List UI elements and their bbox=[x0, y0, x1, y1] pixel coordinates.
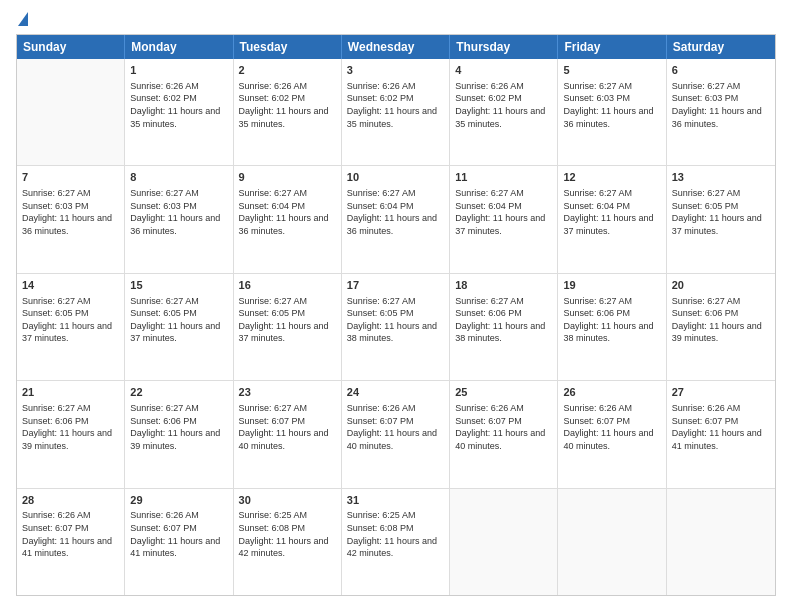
calendar-header: SundayMondayTuesdayWednesdayThursdayFrid… bbox=[17, 35, 775, 59]
day-info: Sunrise: 6:27 AM Sunset: 6:06 PM Dayligh… bbox=[130, 402, 227, 452]
calendar-day-cell: 21Sunrise: 6:27 AM Sunset: 6:06 PM Dayli… bbox=[17, 381, 125, 487]
calendar-day-cell: 23Sunrise: 6:27 AM Sunset: 6:07 PM Dayli… bbox=[234, 381, 342, 487]
calendar-day-cell: 6Sunrise: 6:27 AM Sunset: 6:03 PM Daylig… bbox=[667, 59, 775, 165]
calendar-day-cell: 27Sunrise: 6:26 AM Sunset: 6:07 PM Dayli… bbox=[667, 381, 775, 487]
calendar-day-cell: 26Sunrise: 6:26 AM Sunset: 6:07 PM Dayli… bbox=[558, 381, 666, 487]
calendar-day-cell: 18Sunrise: 6:27 AM Sunset: 6:06 PM Dayli… bbox=[450, 274, 558, 380]
day-info: Sunrise: 6:27 AM Sunset: 6:04 PM Dayligh… bbox=[455, 187, 552, 237]
calendar-day-cell: 30Sunrise: 6:25 AM Sunset: 6:08 PM Dayli… bbox=[234, 489, 342, 595]
calendar-week-row: 21Sunrise: 6:27 AM Sunset: 6:06 PM Dayli… bbox=[17, 380, 775, 487]
calendar-header-day: Saturday bbox=[667, 35, 775, 59]
calendar-header-day: Sunday bbox=[17, 35, 125, 59]
calendar-day-cell bbox=[450, 489, 558, 595]
calendar-day-cell: 5Sunrise: 6:27 AM Sunset: 6:03 PM Daylig… bbox=[558, 59, 666, 165]
day-number: 14 bbox=[22, 278, 119, 293]
day-number: 24 bbox=[347, 385, 444, 400]
calendar-day-cell bbox=[17, 59, 125, 165]
day-info: Sunrise: 6:26 AM Sunset: 6:07 PM Dayligh… bbox=[455, 402, 552, 452]
day-info: Sunrise: 6:26 AM Sunset: 6:02 PM Dayligh… bbox=[130, 80, 227, 130]
day-info: Sunrise: 6:27 AM Sunset: 6:07 PM Dayligh… bbox=[239, 402, 336, 452]
day-info: Sunrise: 6:27 AM Sunset: 6:03 PM Dayligh… bbox=[130, 187, 227, 237]
calendar-day-cell: 22Sunrise: 6:27 AM Sunset: 6:06 PM Dayli… bbox=[125, 381, 233, 487]
day-number: 16 bbox=[239, 278, 336, 293]
calendar-header-day: Monday bbox=[125, 35, 233, 59]
calendar-day-cell: 28Sunrise: 6:26 AM Sunset: 6:07 PM Dayli… bbox=[17, 489, 125, 595]
calendar-day-cell: 3Sunrise: 6:26 AM Sunset: 6:02 PM Daylig… bbox=[342, 59, 450, 165]
day-number: 22 bbox=[130, 385, 227, 400]
day-number: 29 bbox=[130, 493, 227, 508]
day-info: Sunrise: 6:26 AM Sunset: 6:07 PM Dayligh… bbox=[22, 509, 119, 559]
day-number: 26 bbox=[563, 385, 660, 400]
logo bbox=[16, 16, 28, 24]
day-info: Sunrise: 6:27 AM Sunset: 6:06 PM Dayligh… bbox=[455, 295, 552, 345]
day-info: Sunrise: 6:27 AM Sunset: 6:05 PM Dayligh… bbox=[22, 295, 119, 345]
day-number: 15 bbox=[130, 278, 227, 293]
day-info: Sunrise: 6:27 AM Sunset: 6:03 PM Dayligh… bbox=[22, 187, 119, 237]
calendar-header-day: Wednesday bbox=[342, 35, 450, 59]
day-info: Sunrise: 6:26 AM Sunset: 6:02 PM Dayligh… bbox=[239, 80, 336, 130]
calendar-day-cell: 7Sunrise: 6:27 AM Sunset: 6:03 PM Daylig… bbox=[17, 166, 125, 272]
day-info: Sunrise: 6:27 AM Sunset: 6:04 PM Dayligh… bbox=[239, 187, 336, 237]
day-number: 27 bbox=[672, 385, 770, 400]
day-info: Sunrise: 6:25 AM Sunset: 6:08 PM Dayligh… bbox=[239, 509, 336, 559]
day-number: 11 bbox=[455, 170, 552, 185]
day-info: Sunrise: 6:27 AM Sunset: 6:04 PM Dayligh… bbox=[563, 187, 660, 237]
calendar-day-cell bbox=[667, 489, 775, 595]
day-number: 31 bbox=[347, 493, 444, 508]
day-number: 18 bbox=[455, 278, 552, 293]
day-number: 30 bbox=[239, 493, 336, 508]
calendar-day-cell: 4Sunrise: 6:26 AM Sunset: 6:02 PM Daylig… bbox=[450, 59, 558, 165]
calendar-day-cell: 11Sunrise: 6:27 AM Sunset: 6:04 PM Dayli… bbox=[450, 166, 558, 272]
day-info: Sunrise: 6:26 AM Sunset: 6:07 PM Dayligh… bbox=[130, 509, 227, 559]
day-info: Sunrise: 6:27 AM Sunset: 6:06 PM Dayligh… bbox=[563, 295, 660, 345]
calendar-day-cell: 12Sunrise: 6:27 AM Sunset: 6:04 PM Dayli… bbox=[558, 166, 666, 272]
calendar-header-day: Thursday bbox=[450, 35, 558, 59]
day-number: 7 bbox=[22, 170, 119, 185]
calendar-day-cell: 19Sunrise: 6:27 AM Sunset: 6:06 PM Dayli… bbox=[558, 274, 666, 380]
calendar: SundayMondayTuesdayWednesdayThursdayFrid… bbox=[16, 34, 776, 596]
day-info: Sunrise: 6:26 AM Sunset: 6:02 PM Dayligh… bbox=[455, 80, 552, 130]
day-number: 8 bbox=[130, 170, 227, 185]
day-number: 5 bbox=[563, 63, 660, 78]
day-info: Sunrise: 6:26 AM Sunset: 6:02 PM Dayligh… bbox=[347, 80, 444, 130]
day-number: 25 bbox=[455, 385, 552, 400]
day-info: Sunrise: 6:25 AM Sunset: 6:08 PM Dayligh… bbox=[347, 509, 444, 559]
calendar-day-cell bbox=[558, 489, 666, 595]
calendar-day-cell: 31Sunrise: 6:25 AM Sunset: 6:08 PM Dayli… bbox=[342, 489, 450, 595]
calendar-day-cell: 2Sunrise: 6:26 AM Sunset: 6:02 PM Daylig… bbox=[234, 59, 342, 165]
calendar-week-row: 1Sunrise: 6:26 AM Sunset: 6:02 PM Daylig… bbox=[17, 59, 775, 165]
page: SundayMondayTuesdayWednesdayThursdayFrid… bbox=[0, 0, 792, 612]
day-info: Sunrise: 6:27 AM Sunset: 6:06 PM Dayligh… bbox=[672, 295, 770, 345]
calendar-header-day: Tuesday bbox=[234, 35, 342, 59]
day-info: Sunrise: 6:27 AM Sunset: 6:04 PM Dayligh… bbox=[347, 187, 444, 237]
day-number: 9 bbox=[239, 170, 336, 185]
header bbox=[16, 16, 776, 24]
calendar-week-row: 7Sunrise: 6:27 AM Sunset: 6:03 PM Daylig… bbox=[17, 165, 775, 272]
logo-top bbox=[16, 16, 28, 26]
day-info: Sunrise: 6:27 AM Sunset: 6:05 PM Dayligh… bbox=[239, 295, 336, 345]
day-number: 10 bbox=[347, 170, 444, 185]
calendar-day-cell: 24Sunrise: 6:26 AM Sunset: 6:07 PM Dayli… bbox=[342, 381, 450, 487]
calendar-week-row: 14Sunrise: 6:27 AM Sunset: 6:05 PM Dayli… bbox=[17, 273, 775, 380]
day-number: 4 bbox=[455, 63, 552, 78]
calendar-body: 1Sunrise: 6:26 AM Sunset: 6:02 PM Daylig… bbox=[17, 59, 775, 595]
calendar-day-cell: 14Sunrise: 6:27 AM Sunset: 6:05 PM Dayli… bbox=[17, 274, 125, 380]
day-info: Sunrise: 6:26 AM Sunset: 6:07 PM Dayligh… bbox=[563, 402, 660, 452]
day-info: Sunrise: 6:27 AM Sunset: 6:06 PM Dayligh… bbox=[22, 402, 119, 452]
day-number: 12 bbox=[563, 170, 660, 185]
day-number: 13 bbox=[672, 170, 770, 185]
calendar-day-cell: 17Sunrise: 6:27 AM Sunset: 6:05 PM Dayli… bbox=[342, 274, 450, 380]
day-number: 19 bbox=[563, 278, 660, 293]
day-info: Sunrise: 6:26 AM Sunset: 6:07 PM Dayligh… bbox=[347, 402, 444, 452]
day-number: 20 bbox=[672, 278, 770, 293]
day-info: Sunrise: 6:27 AM Sunset: 6:05 PM Dayligh… bbox=[130, 295, 227, 345]
calendar-day-cell: 10Sunrise: 6:27 AM Sunset: 6:04 PM Dayli… bbox=[342, 166, 450, 272]
day-number: 6 bbox=[672, 63, 770, 78]
calendar-day-cell: 13Sunrise: 6:27 AM Sunset: 6:05 PM Dayli… bbox=[667, 166, 775, 272]
calendar-day-cell: 15Sunrise: 6:27 AM Sunset: 6:05 PM Dayli… bbox=[125, 274, 233, 380]
day-info: Sunrise: 6:27 AM Sunset: 6:03 PM Dayligh… bbox=[672, 80, 770, 130]
day-number: 23 bbox=[239, 385, 336, 400]
calendar-day-cell: 20Sunrise: 6:27 AM Sunset: 6:06 PM Dayli… bbox=[667, 274, 775, 380]
calendar-day-cell: 25Sunrise: 6:26 AM Sunset: 6:07 PM Dayli… bbox=[450, 381, 558, 487]
day-info: Sunrise: 6:27 AM Sunset: 6:03 PM Dayligh… bbox=[563, 80, 660, 130]
